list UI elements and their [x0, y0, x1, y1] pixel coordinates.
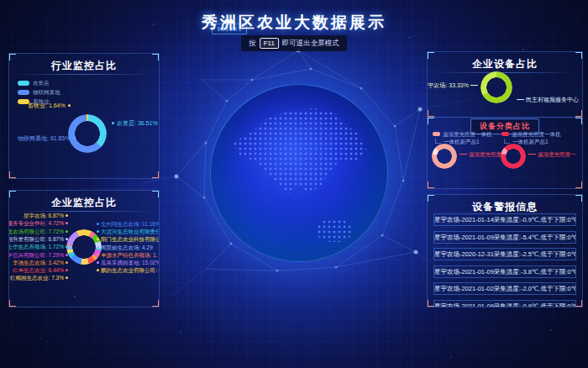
alarm-row: 星宇农场-2021-01-09采集温度:-5.4℃,低于下限:0℃	[433, 231, 576, 244]
corner-bracket-icon	[427, 51, 434, 59]
enterprise-chart-label: 家庭农场有限公司: 7.72%	[8, 229, 68, 236]
enterprise-chart-label: 北刘翔生态农场: 11.16%	[97, 221, 160, 229]
corner-bracket-icon	[427, 194, 434, 202]
dashboard-root: 秀洲区农业大数据展示 按F11即可退出全屏模式 行业监控占比 农资店物联网基地畜…	[0, 0, 588, 368]
enterprise-chart-label: 李强生态农场: 3.42%	[13, 260, 68, 267]
title-divider	[14, 211, 154, 212]
panel-title: 企业监控占比	[9, 196, 159, 210]
enterprise-chart-label: 仁丰生态农业: 6.44%	[13, 267, 68, 275]
corner-bracket-icon	[8, 190, 16, 197]
enterprise-chart-label: 阳门生态农业科技有限公	[97, 236, 160, 244]
panel-title: 行业监控占比	[9, 59, 159, 73]
enterprise-chart-label: 中信兴有限公司: 7.29%	[8, 252, 68, 260]
corner-bracket-icon	[427, 181, 434, 189]
enterprise-chart-label: 上华生态养殖场: 1.72%	[8, 244, 68, 251]
enterprise-chart-label: 红梅园生态农业: 7.3%	[10, 275, 68, 282]
alarm-row: 星宇农场-2021-01-09采集温度:-0.9℃,低于下限:0℃	[433, 300, 576, 308]
legend-swatch-icon	[18, 90, 29, 95]
corner-bracket-icon	[152, 53, 160, 60]
corner-bracket-icon	[152, 190, 160, 197]
device-legend-item: 温湿度光照度一体机	[433, 129, 492, 137]
enterprise-chart-label: 翔升发有限公司: 6.87%	[8, 236, 68, 244]
legend-item: 物联网基地	[18, 87, 60, 96]
panel-title: 企业设备占比	[428, 57, 582, 71]
enterprise-chart-label: 瓜果采摘园基地: 15.02%	[97, 260, 160, 267]
panel-title: 设备警报信息	[428, 200, 582, 214]
corner-bracket-icon	[152, 300, 160, 308]
chart-callout: 物联网基地: 61.85%	[18, 134, 76, 143]
enterprise-chart-label: 社建服务专业合作社: 4.72%	[8, 220, 68, 228]
enterprise-chart-label: 丰源水产特色养殖场: 1.	[97, 252, 158, 260]
device-donut-chart[interactable]	[480, 71, 512, 103]
corner-bracket-icon	[427, 117, 434, 124]
corner-bracket-icon	[8, 171, 16, 179]
alarm-row: 星宇农场-2021-01-02采集温度:-2.0℃,低于下限:0℃	[433, 282, 576, 295]
panel-industry-ratio: 行业监控占比 农资店物联网基地畜牧业 畜牧业: 1.64% 农资店: 36.51…	[8, 53, 160, 179]
industry-donut-chart[interactable]	[68, 114, 107, 153]
legend-swatch-icon	[18, 81, 29, 86]
legend-label: 物联网基地	[33, 89, 60, 95]
page-title: 秀洲区农业大数据展示	[0, 12, 588, 34]
legend-label: 农资店	[33, 80, 50, 86]
device-class-legend: 温湿度光照度一体机一体机新产品1	[501, 129, 561, 145]
enterprise-chart-label: 星宇农场: 6.87%	[24, 213, 68, 220]
device-legend-item: 温湿度光照度一体机	[501, 129, 561, 137]
panel-device-ratio: 企业设备占比 星宇农场: 33.33% 民主村视频服务中心	[427, 51, 583, 118]
title-divider	[433, 72, 577, 73]
alarm-row: 星宇农场-2021-01-09采集温度:-3.8℃,低于下限:0℃	[433, 265, 576, 278]
chart-callout: 民主村视频服务中心	[517, 96, 579, 104]
corner-bracket-icon	[575, 51, 583, 59]
corner-bracket-icon	[575, 117, 583, 124]
panel-device-classification: 设备分类占比 温湿度光照度一体机一体机新产品1 温湿度光照度一体机一体机新产品1…	[427, 117, 583, 189]
corner-bracket-icon	[575, 300, 583, 308]
legend-swatch-icon	[433, 132, 440, 136]
corner-bracket-icon	[152, 171, 160, 179]
corner-bracket-icon	[8, 300, 16, 308]
hint-prefix: 按	[249, 39, 256, 47]
corner-bracket-icon	[575, 194, 583, 202]
alarm-row: 星宇农场-2021-01-14采集温度:-0.9℃,低于下限:0℃	[433, 213, 576, 226]
legend-item: 农资店	[18, 77, 60, 87]
fullscreen-hint: 按F11即可退出全屏模式	[241, 35, 347, 51]
chart-callout: 温湿度光照度一	[528, 151, 576, 159]
title-divider	[14, 74, 154, 75]
f11-key-badge: F11	[260, 38, 279, 49]
device-class-donut-left[interactable]	[432, 144, 457, 169]
chart-callout: 农资店: 36.51%	[112, 119, 158, 128]
enterprise-chart-label: 大运河生态牧业有限责任公	[97, 229, 160, 236]
legend-swatch-icon	[501, 132, 509, 136]
enterprise-chart-label: 陶慧丽生态农场: 4.29	[97, 244, 153, 252]
chart-callout: 温湿度光照度一	[459, 151, 507, 159]
panel-enterprise-ratio: 企业监控占比 星宇农场: 6.87%社建服务专业合作社: 4.72%家庭农场有限…	[8, 190, 160, 308]
connector-line-icon	[504, 139, 510, 144]
alarm-row: 星宇农场-2020-12-31采集温度:-2.5℃,低于下限:0℃	[433, 248, 576, 260]
corner-bracket-icon	[8, 53, 16, 60]
chart-callout: 星宇农场: 33.33%	[427, 81, 478, 90]
hint-suffix: 即可退出全屏模式	[282, 39, 339, 47]
corner-bracket-icon	[575, 181, 583, 189]
alarm-list: 星宇农场-2021-01-14采集温度:-0.9℃,低于下限:0℃星宇农场-20…	[433, 213, 576, 308]
corner-bracket-icon	[427, 300, 434, 308]
enterprise-chart-label: 鹏韵生态农业有限公司: 6.87	[97, 267, 160, 275]
device-class-legend: 温湿度光照度一体机一体机新产品1	[433, 129, 492, 145]
panel-device-alarms: 设备警报信息 星宇农场-2021-01-14采集温度:-0.9℃,低于下限:0℃…	[427, 194, 583, 308]
chart-callout: 畜牧业: 1.64%	[28, 102, 71, 110]
connector-line-icon	[435, 139, 441, 144]
